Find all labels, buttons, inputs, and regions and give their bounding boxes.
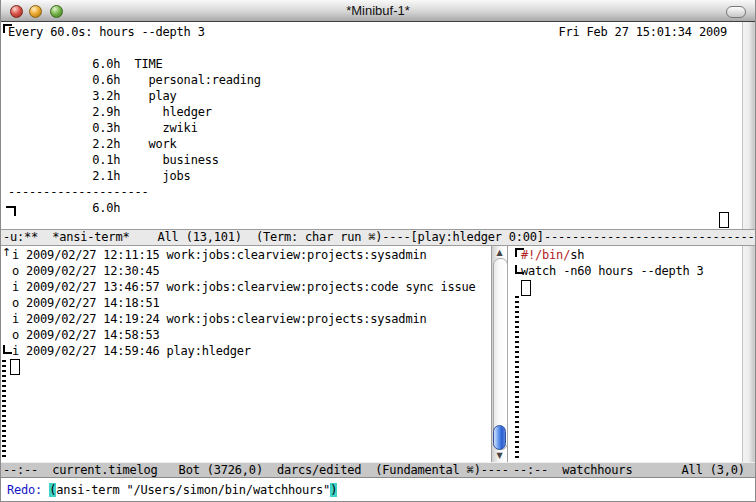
scrollbar-track[interactable] bbox=[493, 258, 508, 450]
script-scrollbar-track[interactable] bbox=[742, 246, 756, 462]
script-cursor bbox=[521, 280, 531, 296]
buffer-bottom-angle-icon bbox=[6, 206, 16, 216]
timelog-entry: i 2009/02/27 12:11:15 work:jobs:clearvie… bbox=[12, 248, 426, 262]
watch-header-left: Every 60.0s: hours --depth 3 bbox=[8, 24, 205, 40]
timelog-entry: o 2009/02/27 14:18:51 bbox=[12, 296, 160, 310]
hours-report: 6.0h TIME 0.6h personal:reading 3.2h pla… bbox=[8, 56, 261, 216]
modeline-ansi-term[interactable]: -u:** *ansi-term* All (13,101) (Term: ch… bbox=[1, 229, 756, 246]
shebang-line: #!/bin/sh bbox=[521, 247, 584, 263]
close-paren-highlight: ) bbox=[330, 483, 337, 497]
empty-lines-indicator bbox=[515, 296, 519, 460]
timelog-entry: i 2009/02/27 13:46:57 work:jobs:clearvie… bbox=[12, 280, 476, 294]
term-scrollbar-track[interactable] bbox=[742, 22, 756, 229]
report-line: 2.9h hledger bbox=[8, 105, 212, 119]
report-line: 6.0h TIME bbox=[8, 57, 163, 71]
report-line: 2.1h jobs bbox=[8, 169, 191, 183]
report-separator-line: -------------------- bbox=[8, 185, 149, 199]
report-total-line: 6.0h bbox=[8, 201, 120, 215]
minibuffer-line: Redo: (ansi-term "/Users/simon/bin/watch… bbox=[7, 482, 337, 498]
scrollbar-thumb[interactable] bbox=[493, 425, 506, 450]
shebang-path: #!/bin/ bbox=[521, 248, 570, 262]
buffer-bottom-angle-icon bbox=[3, 345, 12, 354]
timelog-cursor bbox=[10, 359, 20, 375]
ansi-term-pane[interactable]: Every 60.0s: hours --depth 3 Fri Feb 27 … bbox=[1, 22, 756, 229]
emacs-frame: *Minibuf-1* Every 60.0s: hours --depth 3… bbox=[0, 0, 756, 502]
timelog-entry: o 2009/02/27 14:58:53 bbox=[12, 328, 160, 342]
empty-lines-indicator bbox=[2, 360, 6, 460]
modeline-watchhours[interactable]: --:-- watchhours All (3,0) bbox=[511, 462, 756, 478]
timelog-pane[interactable]: ↑ i 2009/02/27 12:11:15 work:jobs:clearv… bbox=[1, 246, 491, 462]
timelog-entry: o 2009/02/27 12:30:45 bbox=[12, 264, 160, 278]
report-line: 0.3h zwiki bbox=[8, 121, 198, 135]
script-pane[interactable]: #!/bin/sh watch -n60 hours --depth 3 bbox=[508, 246, 742, 462]
terminal-cursor bbox=[719, 212, 729, 228]
minibuffer-command: ansi-term "/Users/simon/bin/watchhours" bbox=[56, 483, 330, 497]
timelog-entries: i 2009/02/27 12:11:15 work:jobs:clearvie… bbox=[12, 247, 476, 359]
minibuffer[interactable]: Redo: (ansi-term "/Users/simon/bin/watch… bbox=[1, 478, 756, 502]
report-line: 0.6h personal:reading bbox=[8, 73, 261, 87]
report-line: 3.2h play bbox=[8, 89, 177, 103]
window-titlebar[interactable]: *Minibuf-1* bbox=[1, 0, 755, 22]
timelog-scrollbar[interactable]: ▲ ▼ bbox=[491, 246, 508, 462]
watch-header-date: Fri Feb 27 15:01:34 2009 bbox=[558, 24, 727, 40]
minibuffer-prompt: Redo: bbox=[7, 483, 49, 497]
timelog-entry: i 2009/02/27 14:19:24 work:jobs:clearvie… bbox=[12, 312, 426, 326]
toolbar-toggle-icon[interactable] bbox=[726, 6, 746, 18]
watch-command-line: watch -n60 hours --depth 3 bbox=[521, 263, 704, 279]
report-line: 0.1h business bbox=[8, 153, 219, 167]
scroll-down-icon[interactable]: ▼ bbox=[492, 450, 507, 461]
shebang-interpreter: sh bbox=[570, 248, 584, 262]
modeline-timelog[interactable]: --:-- current.timelog Bot (3726,0) darcs… bbox=[1, 462, 511, 478]
window-title: *Minibuf-1* bbox=[1, 3, 755, 18]
report-line: 2.2h work bbox=[8, 137, 177, 151]
timelog-entry: i 2009/02/27 14:59:46 play:hledger bbox=[12, 344, 251, 358]
scroll-up-icon[interactable]: ▲ bbox=[492, 247, 507, 258]
buffer-continues-up-icon: ↑ bbox=[2, 247, 11, 259]
